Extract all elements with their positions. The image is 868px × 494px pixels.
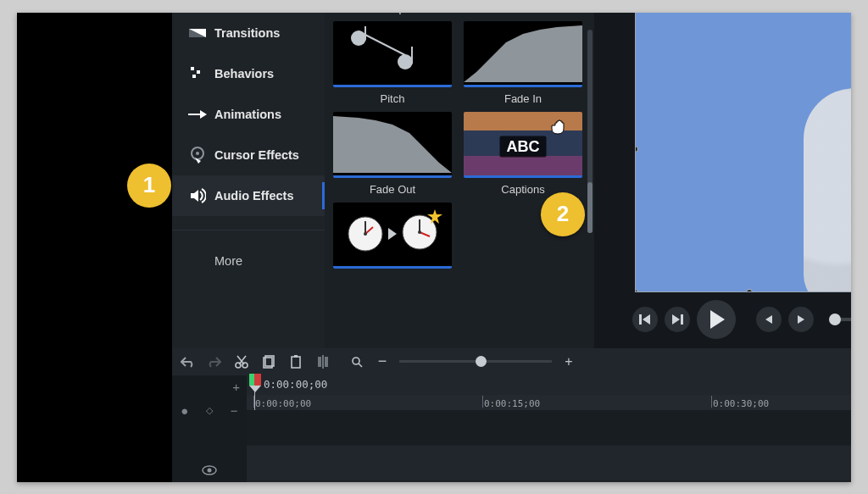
track-lane[interactable] — [247, 481, 851, 482]
track-lane[interactable] — [247, 410, 851, 446]
svg-rect-4 — [192, 75, 196, 78]
svg-marker-10 — [191, 190, 198, 202]
svg-point-12 — [351, 31, 366, 46]
annotation-label: 1 — [143, 172, 155, 198]
slider-thumb[interactable] — [829, 314, 841, 325]
effect-card-pitch[interactable]: Pitch — [333, 21, 452, 105]
preview-subject — [804, 88, 851, 292]
svg-marker-22 — [388, 228, 397, 240]
captions-abc-overlay: ABC — [500, 136, 547, 157]
star-icon — [427, 209, 442, 225]
svg-marker-17 — [333, 116, 452, 173]
sidebar-item-cursor-effects[interactable]: Cursor Effects — [172, 135, 325, 175]
svg-marker-33 — [765, 315, 772, 324]
effect-label: Fade In — [504, 92, 542, 105]
camtasia-window: Transitions Behaviors Animations — [17, 13, 851, 482]
svg-marker-16 — [464, 25, 582, 82]
svg-point-49 — [208, 468, 212, 472]
sidebar-more-label: More — [214, 254, 242, 268]
svg-rect-15 — [411, 47, 413, 64]
sidebar-item-label: Transitions — [214, 26, 280, 40]
sidebar-separator — [172, 230, 325, 230]
zoom-fit-button[interactable] — [348, 353, 365, 370]
sidebar-item-transitions[interactable]: Transitions — [172, 13, 325, 53]
zoom-out-button[interactable]: − — [374, 353, 391, 370]
svg-rect-43 — [318, 357, 321, 367]
zoom-slider-thumb[interactable] — [476, 356, 487, 367]
add-track-button[interactable]: + — [172, 375, 247, 399]
effects-panel: Audio Compression Noise Removal — [325, 13, 594, 348]
track-lane[interactable] — [247, 446, 851, 481]
effect-thumb-fade-in — [464, 21, 582, 87]
sidebar-item-animations[interactable]: Animations — [172, 94, 325, 135]
effect-thumb-pitch — [333, 21, 452, 87]
sidebar-item-label: Audio Effects — [214, 189, 293, 203]
svg-rect-31 — [681, 314, 683, 325]
effect-card-audio-compression[interactable]: Audio Compression — [333, 13, 452, 14]
copy-button[interactable] — [260, 353, 277, 370]
prev-marker-button[interactable] — [756, 307, 782, 332]
svg-rect-28 — [639, 314, 642, 325]
svg-rect-42 — [294, 355, 298, 358]
effect-card-fade-in[interactable]: Fade In — [464, 21, 582, 105]
svg-marker-30 — [672, 314, 680, 325]
effect-thumb-captions: ABC — [464, 112, 582, 178]
effect-label: Pitch — [381, 92, 405, 105]
sidebar-more-button[interactable]: More — [172, 244, 325, 278]
undo-button[interactable] — [179, 353, 196, 370]
effects-scrollbar[interactable] — [587, 30, 593, 233]
resize-handle[interactable] — [635, 146, 638, 153]
play-button[interactable] — [697, 300, 736, 339]
next-frame-button[interactable] — [665, 307, 690, 332]
tracks-background — [247, 410, 851, 482]
svg-marker-32 — [710, 310, 725, 329]
effect-label: Audio Compression — [344, 13, 440, 14]
keyframe-icon: ◇ — [206, 405, 213, 416]
sidebar-item-label: Animations — [214, 108, 281, 121]
svg-rect-3 — [197, 70, 200, 74]
track-header[interactable]: ● ◇ − — [172, 399, 247, 423]
effect-card-captions[interactable]: ABC Captions — [464, 112, 582, 196]
behaviors-icon — [184, 67, 211, 80]
remove-track-button[interactable]: − — [231, 403, 238, 418]
ruler-tick: 0:00:00;00 — [255, 398, 311, 409]
effect-card-fade-out[interactable]: Fade Out — [333, 112, 452, 196]
track-area[interactable]: 0:00:00;00 0:00:00;00 0:00:15;00 0:00:30… — [247, 375, 851, 482]
sidebar-item-label: Behaviors — [214, 67, 274, 80]
paste-button[interactable] — [287, 353, 304, 370]
svg-marker-6 — [200, 110, 207, 119]
svg-marker-52 — [249, 386, 261, 392]
zoom-slider[interactable] — [399, 360, 552, 363]
zoom-in-button[interactable]: + — [560, 353, 577, 370]
effect-card-noise-removal[interactable]: Noise Removal — [464, 13, 582, 14]
cut-button[interactable] — [233, 353, 250, 370]
resize-handle[interactable] — [635, 289, 638, 292]
annotation-label: 2 — [557, 201, 569, 227]
eye-icon — [202, 465, 217, 475]
prev-frame-button[interactable] — [632, 307, 658, 332]
transport-controls — [632, 303, 851, 336]
grab-cursor-icon — [548, 117, 567, 136]
audio-effects-icon — [184, 188, 211, 203]
redo-button[interactable] — [206, 353, 223, 370]
preview-pane — [594, 13, 851, 348]
svg-point-21 — [364, 232, 367, 236]
split-button[interactable] — [314, 353, 331, 370]
track-visibility-button[interactable] — [172, 458, 247, 482]
playback-position-slider[interactable] — [829, 318, 851, 321]
effect-card-clip-speed[interactable]: Clip Speed — [333, 203, 452, 286]
track-controls: + ● ◇ − — [172, 375, 247, 482]
preview-canvas[interactable] — [635, 13, 851, 292]
animations-icon — [184, 109, 211, 119]
svg-marker-34 — [798, 315, 804, 324]
next-marker-button[interactable] — [788, 307, 814, 332]
sidebar-item-behaviors[interactable]: Behaviors — [172, 53, 325, 94]
effects-scrollbar-thumb[interactable] — [587, 182, 593, 233]
sidebar-item-audio-effects[interactable]: Audio Effects — [172, 175, 325, 216]
resize-handle[interactable] — [746, 289, 753, 292]
effect-thumb-fade-out — [333, 112, 452, 178]
svg-point-46 — [353, 358, 359, 364]
svg-point-14 — [398, 54, 413, 69]
time-ruler[interactable]: 0:00:00;00 0:00:15;00 0:00:30;00 — [247, 395, 851, 410]
effects-sidebar: Transitions Behaviors Animations — [172, 13, 325, 348]
